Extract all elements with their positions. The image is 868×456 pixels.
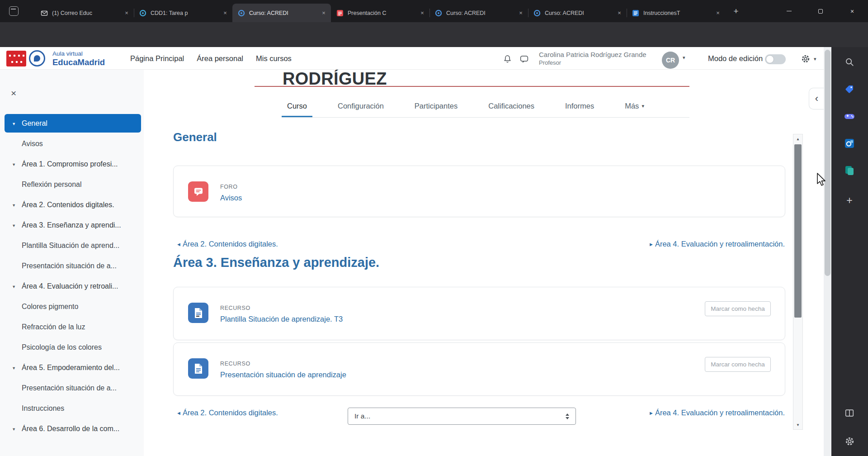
tab-close-icon[interactable] (222, 10, 229, 16)
split-window-icon[interactable] (844, 407, 855, 419)
user-avatar[interactable]: CR (662, 52, 679, 69)
browser-scrollbar[interactable] (824, 47, 831, 456)
course-index-section[interactable]: Área 3. Enseñanza y aprendi... (5, 215, 141, 235)
nav-pagina-principal[interactable]: Página Principal (130, 54, 184, 63)
course-index-section-current[interactable]: General (5, 114, 141, 133)
m365-icon[interactable] (844, 165, 855, 176)
settings-gear-icon[interactable] (844, 435, 855, 447)
tab-informes[interactable]: Informes (560, 95, 599, 117)
nav-mis-cursos[interactable]: Mis cursos (256, 54, 292, 63)
jump-to-select[interactable]: Ir a... (348, 408, 576, 425)
course-index-drawer: General Avisos Área 1. Compromiso profes… (0, 70, 144, 456)
scroll-up-icon[interactable] (793, 134, 802, 143)
outlook-icon[interactable] (844, 138, 855, 149)
minimize-button[interactable] (773, 0, 805, 22)
gear-icon[interactable] (800, 53, 811, 64)
tab-close-icon[interactable] (320, 10, 327, 16)
shopping-icon[interactable] (844, 83, 855, 95)
edit-mode-toggle[interactable] (765, 54, 786, 64)
course-index-section[interactable]: Área 5. Empoderamiento del... (5, 357, 141, 378)
section-heading-area3[interactable]: Área 3. Enseñanza y aprendizaje. (173, 255, 379, 270)
course-index-item[interactable]: Plantilla Situación de aprend... (5, 235, 141, 256)
user-menu-chevron-icon[interactable] (683, 55, 685, 61)
prev-section-link[interactable]: Área 2. Contenidos digitales. (176, 240, 278, 248)
chevron-down-icon[interactable] (13, 365, 22, 370)
course-index-section[interactable]: Área 1. Compromiso profesi... (5, 154, 141, 174)
resource-link[interactable]: Plantilla Situación de aprendizaje. T3 (220, 315, 343, 323)
tab-close-icon[interactable] (616, 10, 623, 16)
tab-participantes[interactable]: Participantes (409, 95, 463, 117)
chevron-down-icon[interactable] (13, 426, 22, 432)
tab-close-icon[interactable] (419, 10, 426, 16)
notifications-bell-icon[interactable] (502, 53, 513, 64)
scroll-down-icon[interactable] (793, 420, 802, 429)
search-icon[interactable] (844, 56, 855, 68)
moodle-page: RODRÍGUEZ Aula virtual EducaMadrid Págin… (0, 47, 832, 456)
maximize-button[interactable] (805, 0, 836, 22)
browser-tab[interactable]: CDD1: Tarea p (134, 4, 232, 22)
course-index-item[interactable]: Refracción de la luz (5, 317, 141, 337)
tab-title: (1) Correo Educ (52, 10, 123, 16)
nav-area-personal[interactable]: Área personal (197, 54, 243, 63)
activity-card-forum: FORO Avisos (173, 166, 785, 217)
browser-tab[interactable]: Presentación C (331, 4, 429, 22)
messages-icon[interactable] (519, 53, 529, 64)
course-index-item[interactable]: Psicología de los colores (5, 337, 141, 357)
browser-tab[interactable]: InstruccionesT (627, 4, 725, 22)
site-logo-text[interactable]: Aula virtual EducaMadrid (52, 50, 105, 67)
course-index-item[interactable]: Presentación situación de a... (5, 256, 141, 276)
tab-mas[interactable]: Más (619, 95, 650, 117)
course-index-item[interactable]: Avisos (5, 133, 141, 154)
tab-title: CDD1: Tarea p (151, 10, 222, 16)
prev-arrow-icon (176, 410, 181, 416)
close-button[interactable] (836, 0, 868, 22)
resource-link[interactable]: Presentación situación de aprendizaje (220, 370, 346, 379)
browser-tab[interactable]: Curso: ACREDI (528, 4, 627, 22)
tab-configuracion[interactable]: Configuración (332, 95, 389, 117)
educamadrid-flag-logo[interactable] (6, 51, 26, 66)
course-index-item[interactable]: Colores pigmento (5, 296, 141, 317)
course-index-item[interactable]: Presentación situación de a... (5, 378, 141, 398)
close-drawer-icon[interactable] (11, 88, 16, 99)
course-index-section[interactable]: Área 2. Contenidos digitales. (5, 195, 141, 215)
games-icon[interactable] (844, 110, 855, 122)
browser-tab[interactable]: Curso: ACREDI (429, 4, 528, 22)
browser-tab[interactable]: (1) Correo Educ (35, 4, 134, 22)
tab-curso[interactable]: Curso (282, 95, 312, 117)
next-section-link[interactable]: Área 4. Evaluación y retroalimentación. (649, 240, 785, 248)
tab-actions-icon[interactable] (9, 6, 19, 16)
gear-menu-chevron-icon[interactable] (814, 56, 816, 62)
tab-title: Curso: ACREDI (545, 10, 616, 16)
add-sidebar-item-icon[interactable] (844, 195, 855, 206)
chevron-down-icon[interactable] (13, 121, 22, 126)
prev-section-link[interactable]: Área 2. Contenidos digitales. (176, 408, 278, 417)
mark-done-button[interactable]: Marcar como hecha (705, 357, 771, 372)
browser-tab-active[interactable]: Curso: ACREDI (232, 4, 331, 22)
open-block-drawer-button[interactable] (809, 88, 824, 109)
course-index-section[interactable]: Área 4. Evaluación y retroali... (5, 276, 141, 296)
forum-link[interactable]: Avisos (220, 194, 242, 202)
user-name: Carolina Patricia Rodríguez Grande (539, 51, 646, 59)
tab-close-icon[interactable] (714, 10, 722, 16)
section-heading-general[interactable]: General (173, 130, 217, 144)
course-index-item[interactable]: Reflexión personal (5, 174, 141, 195)
content-scrollbar[interactable] (793, 134, 803, 430)
educamadrid-circle-logo[interactable] (29, 50, 45, 66)
course-index-section[interactable]: Área 6. Desarrollo de la com... (5, 418, 141, 439)
chevron-down-icon[interactable] (13, 284, 22, 289)
browser-scrollbar-thumb[interactable] (825, 50, 830, 276)
tab-calificaciones[interactable]: Calificaciones (483, 95, 540, 117)
user-info[interactable]: Carolina Patricia Rodríguez Grande Profe… (539, 51, 646, 66)
chevron-down-icon[interactable] (13, 202, 22, 208)
chevron-down-icon[interactable] (13, 162, 22, 167)
scrollbar-thumb[interactable] (794, 144, 802, 318)
course-index-item[interactable]: Instrucciones (5, 398, 141, 418)
next-section-link[interactable]: Área 4. Evaluación y retroalimentación. (649, 408, 785, 417)
moodle-icon (139, 10, 146, 17)
new-tab-button[interactable] (730, 5, 742, 17)
prev-section-label: Área 2. Contenidos digitales. (183, 408, 278, 417)
tab-close-icon[interactable] (123, 10, 130, 16)
mark-done-button[interactable]: Marcar como hecha (705, 301, 771, 316)
tab-close-icon[interactable] (517, 10, 524, 16)
chevron-down-icon[interactable] (13, 223, 22, 228)
